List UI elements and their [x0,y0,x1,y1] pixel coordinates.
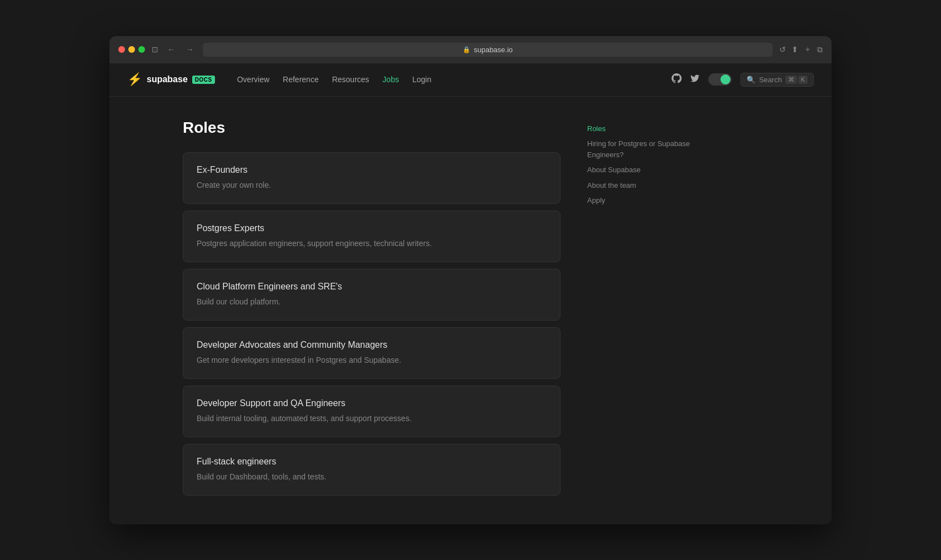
logo-text: supabase [147,74,188,84]
sidebar-toc: Roles Hiring for Postgres or Supabase En… [587,119,698,502]
content-area: Roles Ex-Founders Create your own role. … [165,97,776,524]
search-bar[interactable]: 🔍 Search ⌘ K [740,73,814,87]
role-card-2[interactable]: Cloud Platform Engineers and SRE's Build… [183,269,560,321]
fullscreen-button[interactable] [138,46,145,53]
role-desc-3: Get more developers interested in Postgr… [197,354,547,366]
role-title-5: Full-stack engineers [197,457,547,467]
nav-links: Overview Reference Resources Jobs Login [237,75,432,84]
role-card-5[interactable]: Full-stack engineers Build our Dashboard… [183,444,560,496]
browser-window: ⊡ ← → 🔒 supabase.io ↺ ⬆ ＋ ⧉ ⚡ supabase D… [109,36,832,524]
role-title-4: Developer Support and QA Engineers [197,398,547,408]
close-button[interactable] [118,46,125,53]
role-title-3: Developer Advocates and Community Manage… [197,340,547,350]
role-card-3[interactable]: Developer Advocates and Community Manage… [183,327,560,379]
role-title-2: Cloud Platform Engineers and SRE's [197,282,547,292]
toc-item-4[interactable]: Apply [587,193,698,208]
browser-chrome: ⊡ ← → 🔒 supabase.io ↺ ⬆ ＋ ⧉ [109,36,832,63]
traffic-lights [118,46,145,53]
nav-overview[interactable]: Overview [237,75,269,84]
nav-resources[interactable]: Resources [332,75,369,84]
navbar: ⚡ supabase DOCS Overview Reference Resou… [109,63,832,97]
page-title: Roles [183,119,560,137]
toc-item-1[interactable]: Hiring for Postgres or Supabase Engineer… [587,136,698,162]
twitter-icon[interactable] [690,74,699,86]
search-icon: 🔍 [747,76,755,84]
docs-badge: DOCS [192,76,215,84]
main-content: Roles Ex-Founders Create your own role. … [183,119,560,502]
search-kbd: ⌘ K [785,76,808,84]
toc-item-0[interactable]: Roles [587,121,698,137]
nav-login[interactable]: Login [412,75,431,84]
role-desc-1: Postgres application engineers, support … [197,238,547,249]
role-title-0: Ex-Founders [197,165,547,175]
supabase-logo-icon: ⚡ [127,72,142,87]
address-bar[interactable]: 🔒 supabase.io [203,43,773,57]
reload-icon[interactable]: ↺ [779,45,786,54]
role-desc-5: Build our Dashboard, tools, and tests. [197,471,547,483]
back-button[interactable]: ← [165,44,177,55]
tabs-icon[interactable]: ⧉ [817,45,823,54]
github-icon[interactable] [672,73,682,86]
search-kbd-cmd: ⌘ [785,76,797,84]
role-card-4[interactable]: Developer Support and QA Engineers Build… [183,386,560,437]
toc-item-2[interactable]: About Supabase [587,162,698,178]
role-card-0[interactable]: Ex-Founders Create your own role. [183,152,560,204]
search-label: Search [759,76,782,84]
forward-button[interactable]: → [184,44,196,55]
role-title-1: Postgres Experts [197,223,547,233]
share-icon[interactable]: ⬆ [792,45,798,54]
role-desc-4: Build internal tooling, automated tests,… [197,413,547,424]
role-card-1[interactable]: Postgres Experts Postgres application en… [183,211,560,262]
toc-item-3[interactable]: About the team [587,178,698,193]
role-desc-2: Build our cloud platform. [197,296,547,308]
nav-right: 🔍 Search ⌘ K [672,73,814,87]
nav-reference[interactable]: Reference [283,75,319,84]
nav-jobs[interactable]: Jobs [383,75,399,84]
theme-toggle-knob [720,74,730,84]
new-tab-icon[interactable]: ＋ [804,44,812,54]
site: ⚡ supabase DOCS Overview Reference Resou… [109,63,832,524]
search-kbd-k: K [798,76,808,84]
url-text: supabase.io [474,46,513,54]
sidebar-icon[interactable]: ⊡ [152,45,158,54]
lock-icon: 🔒 [463,46,470,53]
theme-toggle[interactable] [708,73,732,86]
logo-area[interactable]: ⚡ supabase DOCS [127,72,215,87]
minimize-button[interactable] [128,46,135,53]
role-desc-0: Create your own role. [197,179,547,191]
browser-actions: ↺ ⬆ ＋ ⧉ [779,44,823,54]
